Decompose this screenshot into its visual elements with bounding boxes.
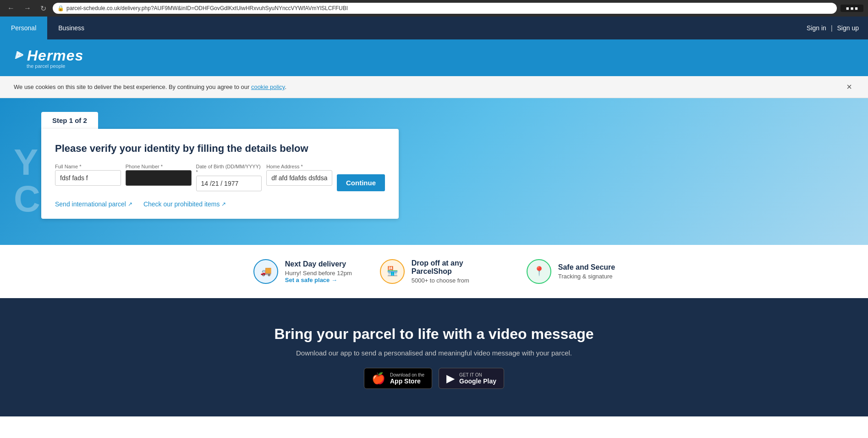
features-section: 🚚 Next Day delivery Hurry! Send before 1… [0, 245, 868, 298]
cookie-message: We use cookies on this site to deliver t… [14, 83, 844, 90]
international-parcel-label: Send international parcel [55, 200, 126, 208]
identity-form-card: Please verify your identity by filling t… [41, 129, 399, 219]
app-store-small: Download on the [390, 372, 424, 377]
parcelshop-subtitle: 5000+ to choose from [412, 277, 499, 284]
next-day-subtitle: Hurry! Send before 12pm [285, 270, 352, 277]
svg-text:📍: 📍 [533, 266, 544, 277]
feature-next-day: 🚚 Next Day delivery Hurry! Send before 1… [253, 259, 352, 284]
hero-bg-text: YC [14, 144, 40, 217]
refresh-button[interactable]: ↻ [38, 3, 49, 14]
prohibited-items-label: Check our prohibited items [143, 200, 220, 208]
home-address-label: Home Address * [266, 164, 332, 169]
url-bar[interactable]: 🔒 parcel-schedule.co.uk/delivery.php?AUF… [53, 3, 837, 14]
lock-icon: 🔒 [57, 5, 64, 11]
phone-number-label: Phone Number * [126, 164, 192, 169]
svg-text:🚚: 🚚 [260, 266, 271, 277]
app-store-text: Download on the App Store [390, 372, 424, 385]
external-link-icon-2: ↗ [221, 201, 226, 207]
cookie-policy-link[interactable]: cookie policy [251, 83, 285, 90]
set-safe-place-link[interactable]: Set a safe place → [285, 277, 352, 283]
cookie-banner: We use cookies on this site to deliver t… [0, 76, 868, 98]
google-play-icon: ▶ [446, 372, 455, 385]
forward-button[interactable]: → [21, 3, 34, 13]
google-play-small: GET IT ON [459, 372, 482, 377]
logo-wing-icon: ⫸ [14, 50, 24, 61]
next-day-title: Next Day delivery [285, 260, 352, 268]
hero-section: YC Step 1 of 2 Please verify your identi… [0, 98, 868, 245]
form-fields: Full Name * Phone Number * Date of Birth… [55, 164, 385, 191]
next-day-text: Next Day delivery Hurry! Send before 12p… [285, 260, 352, 283]
app-promo-section: Bring your parcel to life with a video m… [0, 298, 868, 416]
safe-secure-text: Safe and Secure Tracking & signature [558, 263, 615, 280]
phone-number-input[interactable] [126, 170, 192, 186]
dob-label: Date of Birth (DD/MM/YYYY) * [196, 164, 262, 175]
svg-text:🏪: 🏪 [386, 266, 398, 277]
google-play-text: GET IT ON Google Play [459, 372, 496, 385]
safe-secure-title: Safe and Secure [558, 263, 615, 272]
nav-divider: | [831, 24, 833, 32]
url-text: parcel-schedule.co.uk/delivery.php?AUF9M… [66, 5, 348, 11]
browser-bar: ← → ↻ 🔒 parcel-schedule.co.uk/delivery.p… [0, 0, 868, 17]
browser-extension: ■ ■ ■ [841, 5, 863, 12]
cookie-close-button[interactable]: × [844, 82, 854, 92]
dob-input[interactable] [196, 176, 262, 191]
phone-number-field: Phone Number * [126, 164, 192, 191]
safe-secure-subtitle: Tracking & signature [558, 273, 615, 280]
step-indicator: Step 1 of 2 [41, 112, 98, 129]
personal-tab[interactable]: Personal [0, 17, 47, 39]
home-address-field: Home Address * [266, 164, 332, 191]
parcelshop-text: Drop off at any ParcelShop 5000+ to choo… [412, 259, 499, 284]
parcelshop-title: Drop off at any ParcelShop [412, 259, 499, 276]
app-store-badge[interactable]: 🍎 Download on the App Store [364, 368, 432, 389]
logo-text: ⫸ Hermes [14, 47, 83, 64]
apple-icon: 🍎 [372, 372, 385, 385]
google-play-badge[interactable]: ▶ GET IT ON Google Play [439, 368, 504, 389]
logo-tagline: the parcel people [27, 63, 65, 69]
full-name-input[interactable] [55, 170, 121, 186]
home-address-input[interactable] [266, 170, 332, 186]
business-tab[interactable]: Business [47, 17, 95, 39]
dob-field: Date of Birth (DD/MM/YYYY) * [196, 164, 262, 191]
nav-right: Sign in | Sign up [807, 17, 868, 39]
feature-safe-secure: 📍 Safe and Secure Tracking & signature [526, 259, 615, 284]
app-promo-title: Bring your parcel to life with a video m… [14, 326, 854, 343]
logo-name: Hermes [27, 47, 83, 64]
signin-link[interactable]: Sign in [807, 24, 826, 32]
full-name-label: Full Name * [55, 164, 121, 169]
parcelshop-icon: 🏪 [379, 259, 405, 284]
continue-button[interactable]: Continue [337, 174, 385, 191]
feature-parcelshop: 🏪 Drop off at any ParcelShop 5000+ to ch… [379, 259, 499, 284]
app-store-large: App Store [390, 377, 421, 385]
safe-secure-icon: 📍 [526, 259, 552, 284]
google-play-large: Google Play [459, 377, 496, 385]
back-button[interactable]: ← [5, 3, 17, 13]
store-badges: 🍎 Download on the App Store ▶ GET IT ON … [14, 368, 854, 389]
international-parcel-link[interactable]: Send international parcel ↗ [55, 200, 132, 208]
signup-link[interactable]: Sign up [837, 24, 859, 32]
app-promo-subtitle: Download our app to send a personalised … [14, 349, 854, 357]
prohibited-items-link[interactable]: Check our prohibited items ↗ [143, 200, 226, 208]
external-link-icon: ↗ [128, 201, 132, 207]
top-navigation: Personal Business Sign in | Sign up [0, 17, 868, 39]
next-day-icon: 🚚 [253, 259, 279, 284]
site-header: ⫸ Hermes the parcel people [0, 39, 868, 76]
form-title: Please verify your identity by filling t… [55, 143, 385, 155]
form-links: Send international parcel ↗ Check our pr… [55, 200, 385, 208]
logo[interactable]: ⫸ Hermes the parcel people [14, 47, 83, 69]
full-name-field: Full Name * [55, 164, 121, 191]
